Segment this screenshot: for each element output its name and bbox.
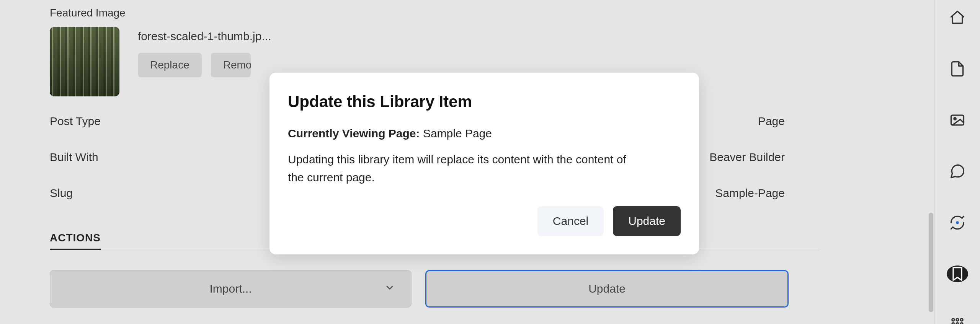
apps-icon[interactable] — [947, 317, 968, 324]
actions-header: ACTIONS — [50, 232, 101, 250]
scrollbar-track[interactable] — [928, 0, 934, 324]
featured-filename: forest-scaled-1-thumb.jp... — [138, 30, 271, 43]
library-icon[interactable] — [947, 265, 968, 282]
modal-title: Update this Library Item — [288, 93, 681, 111]
import-button[interactable]: Import... — [50, 270, 412, 308]
featured-thumbnail[interactable] — [50, 27, 119, 96]
update-label: Update — [588, 282, 626, 295]
post-type-label: Post Type — [50, 115, 101, 128]
home-icon[interactable] — [947, 9, 968, 26]
svg-point-2 — [956, 221, 959, 224]
built-with-label: Built With — [50, 151, 98, 164]
slug-label: Slug — [50, 187, 73, 200]
slug-value: Sample-Page — [715, 187, 785, 200]
featured-image-label: Featured Image — [50, 0, 878, 19]
post-type-value: Page — [758, 115, 785, 128]
page-icon[interactable] — [947, 60, 968, 77]
svg-point-4 — [956, 319, 958, 321]
remove-button[interactable]: Remove — [211, 53, 251, 77]
sync-icon[interactable] — [947, 214, 968, 231]
image-icon[interactable] — [947, 112, 968, 129]
import-label: Import... — [209, 282, 252, 295]
update-library-modal: Update this Library Item Currently Viewi… — [270, 73, 699, 254]
built-with-value: Beaver Builder — [709, 151, 785, 164]
comment-icon[interactable] — [947, 163, 968, 180]
scrollbar-thumb[interactable] — [929, 213, 933, 312]
replace-button[interactable]: Replace — [138, 53, 202, 77]
cancel-button[interactable]: Cancel — [537, 206, 604, 236]
viewing-value: Sample Page — [423, 127, 492, 140]
svg-point-1 — [954, 118, 956, 120]
confirm-update-button[interactable]: Update — [613, 206, 681, 236]
svg-point-5 — [960, 319, 962, 321]
chevron-down-icon — [384, 282, 395, 296]
viewing-label: Currently Viewing Page: — [288, 127, 420, 140]
modal-subtitle: Currently Viewing Page: Sample Page — [288, 127, 681, 140]
svg-point-3 — [952, 319, 954, 321]
app-sidebar — [934, 0, 980, 324]
modal-body: Updating this library item will replace … — [288, 151, 640, 186]
svg-rect-0 — [951, 115, 964, 125]
update-button[interactable]: Update — [425, 270, 789, 308]
